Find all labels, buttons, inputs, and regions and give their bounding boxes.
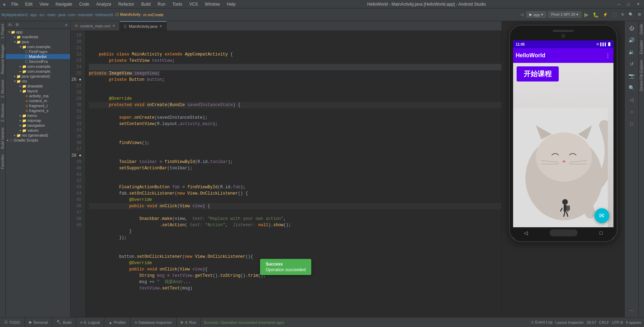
emulator-volume-down-button[interactable]: 🔉 bbox=[626, 46, 637, 58]
project-panel-icon2[interactable]: ⚙ bbox=[15, 22, 19, 27]
menu-analyze[interactable]: Analyze bbox=[95, 1, 113, 7]
bottom-tab-build[interactable]: 🔨 Build bbox=[52, 318, 76, 327]
run-button[interactable]: ▶ bbox=[583, 11, 590, 19]
tree-item-secondfragment[interactable]: C SecondFra bbox=[6, 59, 70, 64]
breadcrumb-myapp[interactable]: MyApplication2 bbox=[1, 13, 28, 17]
emulator-rotate-button[interactable]: ↺ bbox=[626, 58, 637, 70]
emulator-screenshot-button[interactable]: 📷 bbox=[626, 70, 637, 81]
tree-item-java[interactable]: ▾ 📁 java bbox=[6, 39, 70, 44]
bottom-tab-terminal[interactable]: ▶ Terminal bbox=[25, 318, 53, 327]
fab-button[interactable]: ✉ bbox=[595, 208, 609, 223]
status-encoding[interactable]: UTF-8 bbox=[612, 320, 623, 325]
nav-back-icon[interactable]: ◁ bbox=[524, 230, 528, 236]
tab-close-icon[interactable]: ✕ bbox=[159, 24, 162, 28]
menu-code[interactable]: Code bbox=[78, 1, 91, 7]
menu-refactor[interactable]: Refactor bbox=[117, 1, 135, 7]
tree-item-mipmap[interactable]: ▸ 📁 mipmap bbox=[6, 118, 70, 123]
tree-item-values[interactable]: ▸ 📁 values bbox=[6, 128, 70, 133]
tree-item-gradle-scripts[interactable]: ▸ ⬡ Gradle Scripts bbox=[6, 138, 70, 143]
tree-item-firstfragment[interactable]: C FirstFragm bbox=[6, 49, 70, 54]
status-indent[interactable]: 4 spaces bbox=[626, 320, 641, 325]
tab-content-main-xml[interactable]: ≋ content_main.xml ✕ bbox=[71, 21, 120, 31]
breadcrumb-helloworld[interactable]: helloworld bbox=[95, 13, 113, 17]
tree-item-navigation[interactable]: ▸ 📁 navigation bbox=[6, 123, 70, 128]
breadcrumb-main[interactable]: main bbox=[47, 13, 56, 17]
sidebar-item-resource[interactable]: Resource Manager bbox=[0, 41, 5, 77]
profile-button[interactable]: ⚡ bbox=[602, 12, 609, 18]
tree-item-com-example-2[interactable]: ▸ 📁 com.example. bbox=[6, 64, 70, 69]
emulator-volume-up-button[interactable]: 🔊 bbox=[626, 34, 637, 46]
status-layout-inspector[interactable]: Layout Inspector bbox=[555, 320, 584, 325]
emulator-zoom-in-button[interactable]: 🔍 bbox=[626, 82, 637, 93]
sidebar-item-gradle[interactable]: Gradle bbox=[639, 21, 644, 37]
search-everywhere-button[interactable]: 🔍 bbox=[627, 12, 635, 18]
sidebar-item-buildvariants[interactable]: Build Variants bbox=[0, 125, 5, 152]
menu-edit[interactable]: Edit bbox=[24, 1, 34, 7]
menu-window[interactable]: Window bbox=[204, 1, 221, 7]
tab-close-icon[interactable]: ✕ bbox=[112, 24, 115, 28]
breadcrumb-java[interactable]: java bbox=[58, 13, 65, 17]
menu-navigate[interactable]: Navigate bbox=[54, 1, 73, 7]
breadcrumb-com[interactable]: com bbox=[68, 13, 75, 17]
sidebar-item-favorites[interactable]: Favorites bbox=[0, 152, 5, 172]
tree-item-content-m[interactable]: ≋ content_m bbox=[6, 98, 70, 103]
device-selector[interactable]: Pixel 2 API 29 ▾ bbox=[548, 11, 582, 18]
sidebar-item-structure[interactable]: 2: Structure bbox=[0, 77, 5, 101]
bottom-tab-logcat[interactable]: ≡ 6: Logcat bbox=[76, 318, 105, 327]
tree-item-activity-ma[interactable]: ≋ activity_ma bbox=[6, 93, 70, 98]
breadcrumb-mainactivity[interactable]: ⬡ MainActivity bbox=[115, 12, 141, 17]
menu-run[interactable]: Run bbox=[156, 1, 167, 7]
tree-item-menu[interactable]: ▸ 📁 menu bbox=[6, 113, 70, 118]
phone-home-btn[interactable] bbox=[550, 229, 578, 236]
tree-item-drawable[interactable]: ▸ 📁 drawable bbox=[6, 84, 70, 89]
tree-item-res-generated[interactable]: ▸ 📁 res (generated) bbox=[6, 133, 70, 138]
breadcrumb-app[interactable]: app bbox=[30, 13, 36, 17]
emulator-more-button[interactable]: ··· bbox=[626, 305, 637, 316]
tree-item-manifests[interactable]: ▸ 📁 manifests bbox=[6, 34, 70, 39]
sidebar-item-emulator[interactable]: Emulator bbox=[639, 37, 644, 57]
status-event-log[interactable]: ⚠ Event Log bbox=[531, 320, 553, 325]
tab-mainactivity-java[interactable]: C MainActivity.java ✕ bbox=[120, 21, 167, 31]
emulator-square-button[interactable]: □ bbox=[626, 118, 637, 129]
settings-button[interactable]: ⚙ bbox=[636, 12, 643, 18]
navigate-back-button[interactable]: ◁ bbox=[519, 12, 525, 18]
menu-help[interactable]: Help bbox=[226, 1, 237, 7]
breadcrumb-example[interactable]: example bbox=[78, 13, 93, 17]
start-button[interactable]: 开始课程 bbox=[517, 66, 559, 81]
menu-view[interactable]: View bbox=[38, 1, 50, 7]
sidebar-item-device-explorer[interactable]: Device File Explorer bbox=[639, 57, 644, 94]
emulator-back-button[interactable]: ◁ bbox=[626, 94, 637, 105]
status-line-endings[interactable]: CRLF bbox=[599, 320, 609, 325]
sidebar-item-zstructure[interactable]: Z: Structure bbox=[0, 101, 5, 125]
maximize-button[interactable]: □ bbox=[626, 1, 631, 7]
minimize-button[interactable]: ─ bbox=[616, 1, 622, 7]
tree-item-fragment-t[interactable]: ≋ fragment_t bbox=[6, 103, 70, 108]
stop-button[interactable]: ⬛ bbox=[611, 12, 618, 18]
menu-tools[interactable]: Tools bbox=[171, 1, 184, 7]
close-button[interactable]: ✕ bbox=[635, 1, 641, 7]
bottom-tab-todo[interactable]: ☑ TODO bbox=[0, 318, 25, 327]
bottom-tab-run[interactable]: ▶ 4: Run bbox=[177, 318, 201, 327]
bottom-tab-database[interactable]: ≡ Database Inspector bbox=[131, 318, 177, 327]
menu-file[interactable]: File bbox=[10, 1, 19, 7]
emulator-power-button[interactable]: ⏻ bbox=[626, 22, 637, 34]
tree-item-com-example-1[interactable]: ▾ 📁 com.example. bbox=[6, 44, 70, 49]
sync-button[interactable]: ↻ bbox=[620, 12, 626, 18]
tree-item-res[interactable]: ▾ 📁 res bbox=[6, 79, 70, 84]
tree-item-app[interactable]: ▾ 📁 app bbox=[6, 30, 70, 34]
app-selector[interactable]: ▶ app ▾ bbox=[526, 11, 546, 18]
tree-item-java-generated[interactable]: ▸ 📁 java (generated) bbox=[6, 74, 70, 79]
tree-item-fragment-s[interactable]: ≋ fragment_s bbox=[6, 108, 70, 113]
breadcrumb-oncreate[interactable]: m onCreate bbox=[143, 13, 163, 17]
nav-square-icon[interactable]: □ bbox=[599, 230, 602, 236]
panel-collapse-button[interactable]: ≡ bbox=[65, 23, 67, 27]
breadcrumb-src[interactable]: src bbox=[39, 13, 45, 17]
emulator-home-button[interactable]: ○ bbox=[626, 106, 637, 117]
sidebar-item-project[interactable]: 1: Project bbox=[0, 21, 5, 41]
bottom-tab-profiler[interactable]: ▲ Profiler bbox=[104, 318, 131, 327]
tree-item-com-example-3[interactable]: ▸ 📁 com.example. bbox=[6, 69, 70, 74]
menu-build[interactable]: Build bbox=[140, 1, 152, 7]
debug-button[interactable]: 🐛 bbox=[591, 11, 600, 18]
tree-item-mainactivity[interactable]: C MainActivi bbox=[6, 54, 70, 59]
menu-vcs[interactable]: VCS bbox=[188, 1, 199, 7]
